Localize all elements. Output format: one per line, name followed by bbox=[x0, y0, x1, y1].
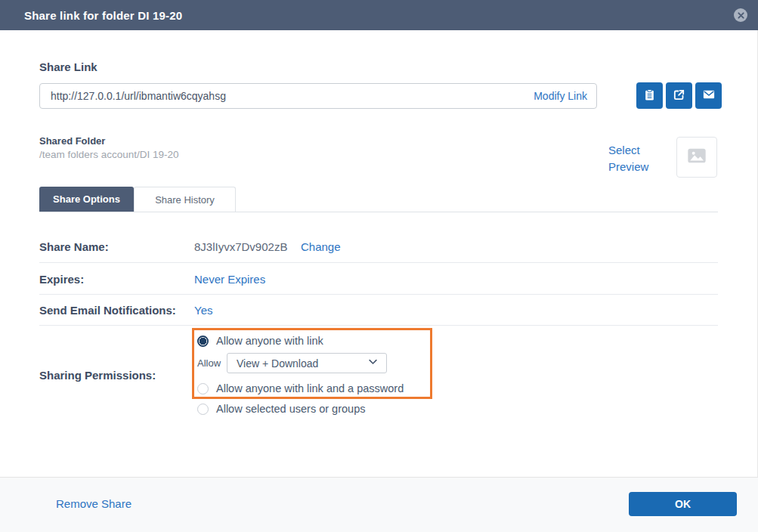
link-action-buttons bbox=[636, 82, 722, 109]
sharing-permissions-label: Sharing Permissions: bbox=[39, 369, 156, 382]
tab-divider bbox=[39, 212, 718, 212]
radio-unselected-icon bbox=[197, 383, 209, 394]
row-divider bbox=[39, 294, 718, 295]
preview-thumbnail[interactable] bbox=[676, 137, 717, 178]
tab-share-history[interactable]: Share History bbox=[134, 187, 236, 212]
permission-level-value: View + Download bbox=[237, 357, 318, 370]
share-url-field[interactable]: http://127.0.0.1/url/ibmantiw6cqyahsg Mo… bbox=[39, 83, 597, 109]
share-link-label: Share Link bbox=[39, 60, 97, 73]
share-name-label: Share Name: bbox=[39, 240, 109, 253]
row-divider bbox=[39, 262, 718, 263]
expires-label: Expires: bbox=[39, 273, 84, 286]
share-name-value: 8J3lIyvx7Dv902zB bbox=[194, 240, 287, 253]
change-share-name-link[interactable]: Change bbox=[301, 240, 341, 253]
allow-label: Allow bbox=[197, 357, 221, 369]
radio-label: Allow selected users or groups bbox=[216, 403, 365, 415]
open-link-button[interactable] bbox=[666, 82, 692, 109]
clipboard-icon bbox=[643, 88, 656, 104]
row-divider bbox=[39, 325, 718, 326]
radio-label: Allow anyone with link bbox=[216, 335, 323, 347]
chevron-down-icon bbox=[367, 356, 379, 370]
remove-share-link[interactable]: Remove Share bbox=[56, 497, 131, 510]
radio-label: Allow anyone with link and a password bbox=[216, 382, 404, 394]
email-notifications-value-link[interactable]: Yes bbox=[194, 304, 212, 317]
close-icon[interactable] bbox=[734, 8, 747, 22]
image-placeholder-icon bbox=[686, 145, 707, 169]
shared-folder-label: Shared Folder bbox=[39, 135, 105, 147]
email-link-button[interactable] bbox=[695, 82, 722, 109]
email-notifications-label: Send Email Notifications: bbox=[39, 304, 176, 317]
envelope-icon bbox=[702, 88, 716, 104]
external-link-icon bbox=[673, 88, 685, 104]
radio-allow-anyone-with-password[interactable]: Allow anyone with link and a password bbox=[197, 382, 404, 394]
dialog-titlebar: Share link for folder DI 19-20 bbox=[0, 0, 758, 30]
radio-unselected-icon bbox=[197, 404, 209, 415]
share-link-dialog: Share link for folder DI 19-20 Share Lin… bbox=[0, 0, 758, 532]
radio-selected-icon bbox=[197, 336, 209, 347]
modify-link-button[interactable]: Modify Link bbox=[534, 90, 587, 102]
ok-button[interactable]: OK bbox=[629, 492, 737, 516]
copy-link-button[interactable] bbox=[636, 82, 663, 109]
dialog-title: Share link for folder DI 19-20 bbox=[24, 9, 182, 22]
expires-value-link[interactable]: Never Expires bbox=[194, 273, 265, 286]
radio-allow-anyone-with-link[interactable]: Allow anyone with link bbox=[197, 335, 323, 347]
radio-allow-selected-users[interactable]: Allow selected users or groups bbox=[197, 403, 365, 415]
share-url-value: http://127.0.0.1/url/ibmantiw6cqyahsg bbox=[51, 90, 226, 102]
permission-level-select[interactable]: View + Download bbox=[227, 353, 387, 373]
shared-folder-path: /team folders account/DI 19-20 bbox=[39, 149, 179, 160]
select-preview-link[interactable]: Select Preview bbox=[608, 142, 663, 175]
tab-bar: Share Options Share History bbox=[39, 187, 236, 212]
tab-share-options[interactable]: Share Options bbox=[39, 187, 134, 212]
